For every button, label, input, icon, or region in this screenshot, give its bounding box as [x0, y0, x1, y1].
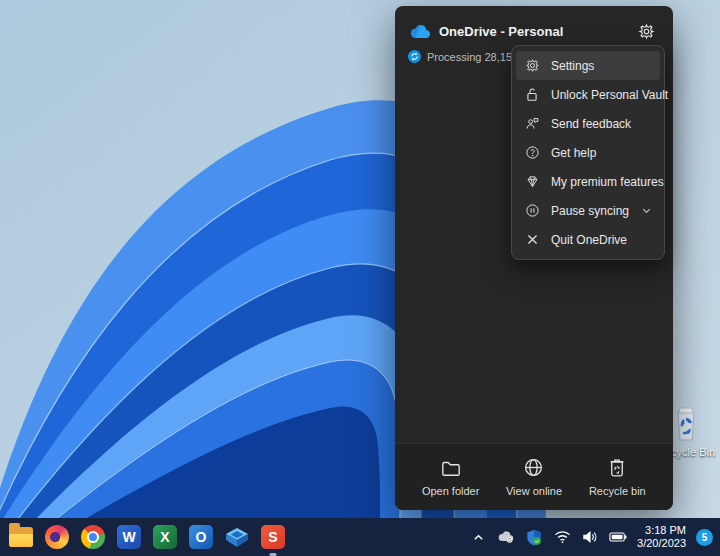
- unlock-icon: [524, 87, 540, 103]
- menu-item-send-feedback[interactable]: Send feedback: [516, 109, 660, 138]
- battery-icon[interactable]: [609, 528, 627, 546]
- taskbar: W X O S: [0, 518, 720, 556]
- s-app-button[interactable]: S: [261, 525, 285, 549]
- firefox-icon: [45, 525, 69, 549]
- volume-icon[interactable]: [581, 528, 599, 546]
- onedrive-header: OneDrive - Personal: [395, 6, 673, 48]
- view-online-label: View online: [506, 485, 562, 497]
- onedrive-cloud-icon: [409, 24, 431, 39]
- menu-label: My premium features: [551, 175, 664, 189]
- word-button[interactable]: W: [117, 525, 141, 549]
- onedrive-footer-bar: Open folder View online Recycle bin: [395, 443, 673, 510]
- menu-item-my-premium-features[interactable]: My premium features: [516, 167, 660, 196]
- chrome-icon: [81, 525, 105, 549]
- menu-label: Unlock Personal Vault: [551, 88, 668, 102]
- feedback-person-icon: [524, 116, 540, 132]
- menu-label: Pause syncing: [551, 204, 629, 218]
- outlook-icon: O: [189, 525, 213, 549]
- recycle-bin-small-icon: [608, 457, 626, 478]
- excel-button[interactable]: X: [153, 525, 177, 549]
- close-x-icon: [524, 232, 540, 248]
- menu-item-settings[interactable]: Settings: [516, 51, 660, 80]
- s-app-icon: S: [261, 525, 285, 549]
- pause-circle-icon: [524, 203, 540, 219]
- menu-item-unlock-personal-vault[interactable]: Unlock Personal Vault: [516, 80, 660, 109]
- onedrive-settings-menu: Settings Unlock Personal Vault Send feed…: [511, 45, 665, 260]
- view-online-button[interactable]: View online: [494, 457, 574, 497]
- onedrive-settings-gear-button[interactable]: [633, 18, 659, 44]
- menu-label: Quit OneDrive: [551, 233, 627, 247]
- menu-label: Settings: [551, 59, 594, 73]
- blue-box-app-button[interactable]: [225, 525, 249, 549]
- menu-label: Send feedback: [551, 117, 631, 131]
- security-shield-icon[interactable]: [525, 528, 543, 546]
- outlook-button[interactable]: O: [189, 525, 213, 549]
- word-icon: W: [117, 525, 141, 549]
- recycle-bin-button[interactable]: Recycle bin: [577, 457, 657, 497]
- notification-count-badge[interactable]: 5: [696, 529, 713, 546]
- recycle-bin-icon: [669, 406, 703, 444]
- excel-icon: X: [153, 525, 177, 549]
- clock-time: 3:18 PM: [637, 524, 686, 537]
- wifi-icon[interactable]: [553, 528, 571, 546]
- onedrive-tray-icon[interactable]: [497, 528, 515, 546]
- menu-label: Get help: [551, 146, 596, 160]
- premium-diamond-icon: [524, 174, 540, 190]
- menu-item-pause-syncing[interactable]: Pause syncing: [516, 196, 660, 225]
- menu-item-quit-onedrive[interactable]: Quit OneDrive: [516, 225, 660, 254]
- open-folder-label: Open folder: [422, 485, 479, 497]
- taskbar-clock[interactable]: 3:18 PM 3/20/2023: [637, 524, 686, 550]
- gear-icon: [524, 58, 540, 74]
- system-tray: 3:18 PM 3/20/2023 5: [469, 524, 720, 550]
- onedrive-title: OneDrive - Personal: [439, 24, 563, 39]
- open-folder-button[interactable]: Open folder: [411, 458, 491, 497]
- file-explorer-button[interactable]: [9, 525, 33, 549]
- chevron-up-icon[interactable]: [469, 528, 487, 546]
- chrome-button[interactable]: [81, 525, 105, 549]
- recycle-bin-footer-label: Recycle bin: [589, 485, 646, 497]
- firefox-button[interactable]: [45, 525, 69, 549]
- file-explorer-icon: [9, 527, 33, 547]
- folder-icon: [440, 458, 462, 478]
- globe-icon: [523, 457, 544, 478]
- help-circle-icon: [524, 145, 540, 161]
- clock-date: 3/20/2023: [637, 537, 686, 550]
- taskbar-pinned-apps: W X O S: [0, 525, 285, 549]
- sync-progress-icon: [408, 50, 421, 63]
- blue-box-app-icon: [225, 526, 249, 548]
- chevron-down-icon: [641, 205, 652, 216]
- menu-item-get-help[interactable]: Get help: [516, 138, 660, 167]
